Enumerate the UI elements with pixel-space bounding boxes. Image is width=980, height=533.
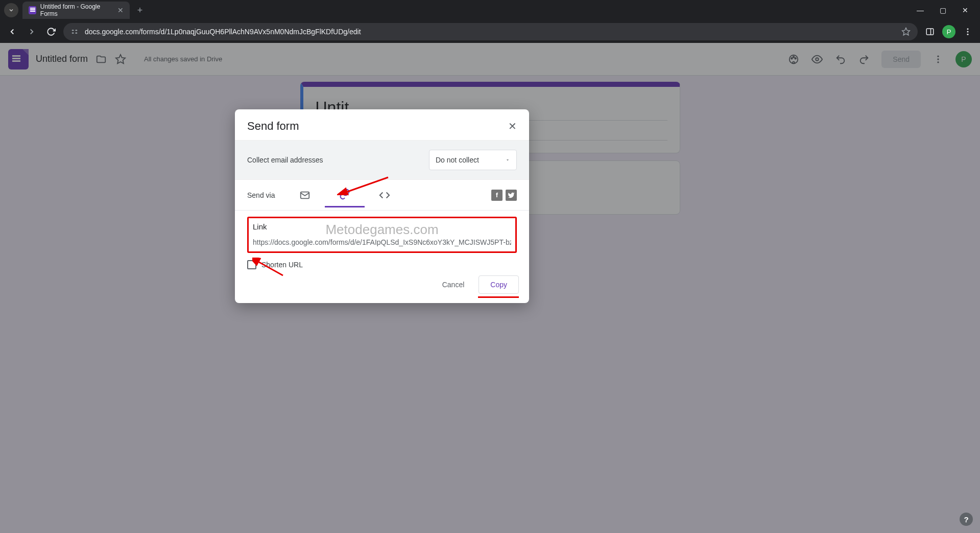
site-settings-icon[interactable] (70, 28, 79, 36)
send-via-email-tab[interactable] (285, 183, 325, 207)
share-facebook-button[interactable]: f (491, 190, 503, 201)
send-via-link-tab[interactable] (325, 183, 365, 207)
url-text: docs.google.com/forms/d/1Lp0naqjGuuQH6Pl… (85, 28, 361, 36)
shorten-url-label: Shorten URL (261, 261, 303, 269)
tab-search-button[interactable] (4, 3, 18, 17)
annotation-underline (478, 296, 519, 298)
nav-reload-button[interactable] (44, 25, 58, 39)
dialog-title: Send form (247, 120, 299, 133)
profile-avatar-button[interactable]: P (942, 25, 955, 38)
new-tab-button[interactable]: + (133, 3, 147, 17)
svg-point-7 (967, 28, 969, 30)
help-button[interactable]: ? (960, 513, 973, 526)
send-via-embed-tab[interactable] (365, 183, 404, 207)
link-field-value[interactable]: https://docs.google.com/forms/d/e/1FAIpQ… (253, 238, 511, 246)
bookmark-star-icon[interactable] (901, 27, 911, 36)
dialog-close-button[interactable]: ✕ (508, 120, 517, 132)
nav-forward-button (25, 25, 39, 39)
window-close-button[interactable]: ✕ (959, 6, 972, 14)
svg-marker-4 (902, 28, 910, 35)
browser-tab-title: Untitled form - Google Forms (40, 3, 113, 17)
address-bar[interactable]: docs.google.com/forms/d/1Lp0naqjGuuQH6Pl… (63, 23, 918, 40)
svg-rect-5 (926, 29, 934, 35)
svg-marker-19 (507, 159, 509, 160)
cancel-button[interactable]: Cancel (437, 276, 470, 293)
collect-emails-select[interactable]: Do not collect (429, 150, 517, 170)
svg-point-9 (967, 34, 969, 35)
svg-point-8 (967, 31, 969, 33)
browser-menu-button[interactable] (961, 25, 975, 39)
tab-close-icon[interactable]: ✕ (117, 6, 124, 14)
dropdown-arrow-icon (505, 157, 510, 163)
link-field-label: Link (253, 222, 511, 231)
send-form-dialog: Send form ✕ Collect email addresses Do n… (235, 109, 529, 303)
window-maximize-button[interactable]: ▢ (936, 6, 949, 14)
annotation-highlight-box: Link https://docs.google.com/forms/d/e/1… (247, 217, 517, 253)
copy-button[interactable]: Copy (479, 275, 519, 294)
send-via-label: Send via (247, 191, 275, 199)
share-twitter-button[interactable] (506, 190, 517, 201)
shorten-url-checkbox[interactable] (247, 260, 256, 269)
nav-back-button[interactable] (5, 25, 19, 39)
forms-favicon-icon (29, 6, 36, 14)
browser-tab[interactable]: Untitled form - Google Forms ✕ (22, 2, 130, 19)
collect-emails-label: Collect email addresses (247, 156, 323, 164)
side-panel-button[interactable] (923, 25, 937, 39)
window-minimize-button[interactable]: ― (914, 6, 927, 14)
collect-emails-value: Do not collect (436, 156, 479, 164)
